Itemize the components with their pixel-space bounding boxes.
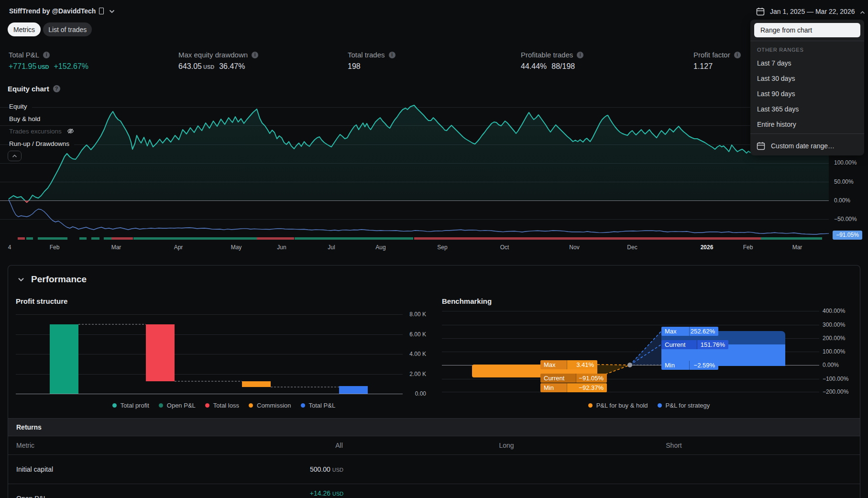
svg-text:2026: 2026 — [701, 244, 714, 251]
svg-text:50.00%: 50.00% — [834, 178, 854, 185]
svg-text:Mar: Mar — [111, 244, 121, 251]
svg-text:−100.00%: −100.00% — [823, 376, 849, 382]
svg-text:4.00 K: 4.00 K — [409, 351, 426, 357]
svg-text:Nov: Nov — [569, 244, 579, 251]
svg-text:−91.05%: −91.05% — [836, 232, 859, 238]
svg-text:−50.00%: −50.00% — [834, 216, 857, 222]
svg-text:Apr: Apr — [174, 244, 183, 251]
svg-text:Feb: Feb — [743, 244, 753, 251]
svg-text:4: 4 — [8, 244, 11, 251]
svg-text:Oct: Oct — [500, 244, 509, 251]
svg-text:Dec: Dec — [627, 244, 637, 251]
svg-text:Sep: Sep — [437, 244, 448, 251]
svg-text:400.00%: 400.00% — [823, 308, 846, 314]
svg-text:200.00%: 200.00% — [823, 335, 846, 342]
svg-text:8.00 K: 8.00 K — [409, 311, 426, 318]
svg-text:Mar: Mar — [792, 244, 802, 251]
svg-text:Feb: Feb — [50, 244, 60, 251]
svg-text:Jul: Jul — [328, 244, 335, 251]
svg-text:300.00%: 300.00% — [823, 321, 846, 328]
svg-text:2.00 K: 2.00 K — [409, 371, 426, 377]
svg-text:6.00 K: 6.00 K — [409, 331, 426, 338]
svg-text:Aug: Aug — [375, 244, 385, 251]
svg-text:May: May — [231, 244, 242, 251]
svg-text:Jun: Jun — [277, 244, 286, 251]
svg-text:100.00%: 100.00% — [823, 348, 846, 355]
svg-text:0.00: 0.00 — [415, 390, 427, 397]
svg-text:0.00%: 0.00% — [834, 197, 850, 204]
svg-text:100.00%: 100.00% — [834, 159, 857, 166]
svg-text:−200.00%: −200.00% — [823, 388, 849, 395]
svg-text:0.00%: 0.00% — [823, 362, 839, 368]
